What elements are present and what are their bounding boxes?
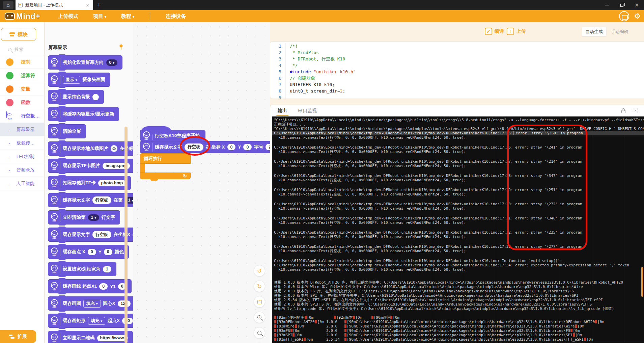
settings-gear-icon[interactable]: ⚙ (634, 12, 641, 21)
sidebar-category[interactable]: 运算符 (0, 69, 44, 82)
block-input[interactable]: 行空板 (92, 196, 111, 204)
palette-block[interactable]: K10缓存画点 X0Y0颜色 (48, 245, 129, 259)
tab-modules[interactable]: 模块 (1, 28, 36, 41)
sidebar-subitem[interactable]: -LED控制 (0, 150, 44, 163)
chevron-down-icon: ▾ (105, 15, 106, 19)
sidebar-category[interactable]: 函数 (0, 96, 44, 109)
palette-block[interactable]: K10初始化设置屏幕方向0▾ (48, 55, 122, 70)
sidebar-category[interactable]: K10行空板… (0, 109, 44, 123)
palette-block[interactable]: K10缓存显示本地加载图片⚙在坐标 (48, 141, 133, 156)
palette-block[interactable]: K10显示纯色背景 (48, 90, 104, 104)
palette-block[interactable]: K10缓存显示TF卡图片image.png (48, 159, 133, 173)
block-dropdown[interactable]: 1▾ (88, 214, 99, 221)
block-input[interactable]: 0 (243, 144, 252, 150)
block-input[interactable]: 120 (118, 300, 131, 307)
palette-block[interactable]: K10缓存显示文字行空板在第1▾ (48, 193, 133, 207)
block-input[interactable]: 0 (227, 144, 236, 150)
window-close-button[interactable]: ✕ (629, 0, 644, 10)
k10-board-icon: K10 (50, 247, 60, 256)
k10-board-icon: K10 (50, 161, 60, 170)
palette-scrollbar[interactable] (124, 127, 128, 343)
palette-block[interactable]: K10缓存画圆填充▾圆心X120 (48, 296, 133, 311)
compile-button[interactable]: ✓ 编译 (485, 28, 504, 35)
block-input[interactable]: photo.bmp (98, 180, 126, 186)
block-label: 在 坐标 X (206, 144, 225, 150)
block-input[interactable]: 1 (103, 266, 111, 272)
tab-output[interactable]: 输出 (278, 108, 287, 114)
hat-block-main-program[interactable]: K10 行空板K10主程序开始 (140, 130, 205, 141)
block-label: Y1 (110, 284, 116, 289)
document-tab[interactable]: 新建项目 - 上传模式 ✕ (16, 0, 93, 10)
console-log[interactable]: "C:\\Users\\61910\\AppData\\Local\\mind+… (272, 116, 644, 343)
window-minimize-button[interactable] (599, 0, 614, 10)
block-input[interactable]: 行空板 (185, 143, 203, 151)
palette-block[interactable]: K10显示▾摄像头画面 (48, 73, 110, 87)
sidebar-subitem[interactable]: -人工智能 (0, 177, 44, 190)
palette-block[interactable]: K10缓存画线 起点X10Y10 (48, 279, 132, 293)
tab-close-icon[interactable]: ✕ (85, 3, 90, 8)
block-loop-forever[interactable]: 循环执行 ↻ (140, 153, 191, 179)
menu-tutorial[interactable]: 教程▾ (121, 13, 134, 20)
palette-block[interactable]: K10立即清除第1▾行文字 (48, 210, 120, 225)
block-dropdown[interactable]: 填充▾ (83, 300, 101, 308)
block-dropdown[interactable]: 0▾ (106, 59, 117, 66)
category-color-icon (6, 58, 13, 66)
block-label: 将缓存内容显示/显示更新 (63, 111, 114, 117)
block-input[interactable]: 0 (88, 249, 96, 255)
home-icon[interactable]: ⌂ (3, 1, 13, 9)
ai-assistant-icon[interactable] (619, 11, 629, 21)
k10-board-icon: K10 (50, 196, 60, 205)
gear-icon[interactable]: ⚙ (111, 145, 117, 152)
lock-icon[interactable] (621, 110, 625, 113)
palette-block[interactable]: K10立即显示二维码https://www. (48, 331, 133, 343)
upload-button[interactable]: ↑ 上传 (507, 28, 526, 35)
block-input[interactable]: https://www. (97, 335, 128, 341)
palette-block[interactable]: K10拍照存储到TF卡photo.bmp (48, 176, 131, 190)
block-input[interactable]: 0 (99, 283, 108, 290)
menu-upload-mode[interactable]: 上传模式 (58, 13, 78, 20)
new-tab-button[interactable]: + (97, 1, 101, 9)
block-input[interactable]: 行空板 (92, 231, 111, 238)
code-editor[interactable]: 1/*!2 * MindPlus3 * DFRobot, 行空板 K104 */… (270, 41, 644, 99)
tab-serial-monitor[interactable]: 串口监视 (298, 108, 317, 114)
search-input[interactable]: 搜索 (0, 44, 44, 55)
color-swatch[interactable] (92, 94, 99, 100)
palette-block[interactable]: K10清除全屏 (48, 124, 86, 138)
block-dropdown[interactable]: 显示▾ (63, 76, 80, 84)
block-input[interactable]: 40 (122, 318, 133, 324)
zoom-in-button[interactable]: + (254, 312, 265, 323)
clear-console-icon[interactable]: ✕ (633, 108, 638, 113)
console-line: ^ (274, 196, 644, 201)
block-canvas[interactable]: K10 行空板K10主程序开始 K10缓存显示文字行空板在 坐标 X0Y0字号2… (133, 22, 270, 343)
palette-block[interactable]: K10设置线宽/边框宽为1 (48, 262, 116, 276)
sidebar-subitem[interactable]: -音频录放 (0, 163, 44, 177)
block-input[interactable]: 24 (265, 144, 270, 150)
palette-block[interactable]: K10缓存显示文字行空板在坐标X0 (48, 228, 133, 242)
block-label: 缓存画线 起点X1 (63, 283, 97, 289)
block-label: 在坐标X (114, 232, 131, 238)
sidebar-subitem[interactable]: -板载传… (0, 136, 44, 150)
mindplus-logo[interactable]: Mind+ (5, 12, 40, 21)
menu-connect-device[interactable]: 连接设备 (166, 13, 186, 20)
compile-check-icon: ✓ (485, 28, 492, 35)
pin-icon[interactable] (119, 45, 123, 49)
window-restore-button[interactable] (614, 0, 629, 10)
toggle-manual-edit[interactable]: 手动编辑 (608, 27, 632, 36)
undo-button[interactable]: ↺ (254, 265, 265, 276)
zoom-out-button[interactable]: − (254, 327, 265, 339)
sidebar-subitem[interactable]: -屏幕显示 (0, 123, 44, 136)
palette-block[interactable]: K10将缓存内容显示/显示更新 (48, 107, 119, 121)
redo-button[interactable]: ↻ (254, 281, 265, 292)
block-input[interactable]: 0 (104, 249, 112, 255)
extension-button[interactable]: 扩展 (0, 330, 36, 343)
export-snapshot-button[interactable] (254, 296, 265, 308)
console-line: C:\Users\61910\AppData\Local\mind+\cache… (274, 174, 644, 178)
toggle-auto-generate[interactable]: 自动生成 (582, 27, 606, 36)
console-scrollbar[interactable] (641, 267, 643, 297)
block-buffer-show-text[interactable]: K10缓存显示文字行空板在 坐标 X0Y0字号24 (140, 141, 270, 153)
menu-project[interactable]: 项目▾ (93, 13, 106, 20)
palette-block[interactable]: K10缓存画矩形填充▾起点X40 (48, 314, 133, 328)
sidebar-category[interactable]: 控制 (0, 55, 44, 69)
block-dropdown[interactable]: 填充▾ (88, 317, 106, 325)
sidebar-category[interactable]: 变量 (0, 82, 44, 96)
